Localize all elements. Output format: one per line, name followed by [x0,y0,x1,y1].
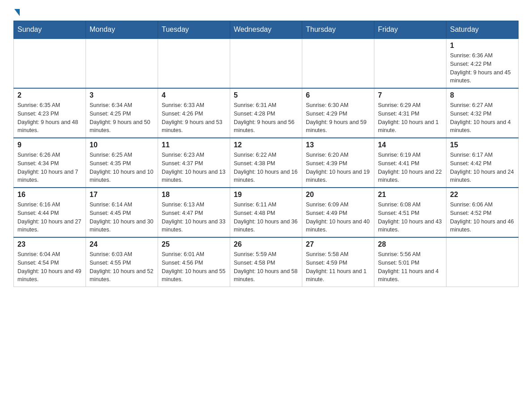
calendar-cell: 14Sunrise: 6:19 AM Sunset: 4:41 PM Dayli… [374,138,446,188]
day-number: 13 [306,141,370,149]
day-number: 15 [450,141,515,149]
calendar-cell: 3Sunrise: 6:34 AM Sunset: 4:25 PM Daylig… [86,88,158,138]
day-info: Sunrise: 6:14 AM Sunset: 4:45 PM Dayligh… [90,201,154,234]
calendar-cell [374,39,446,88]
day-info: Sunrise: 6:09 AM Sunset: 4:49 PM Dayligh… [306,201,370,234]
calendar-cell [14,39,86,88]
day-info: Sunrise: 6:19 AM Sunset: 4:41 PM Dayligh… [378,151,442,184]
calendar-cell: 27Sunrise: 5:58 AM Sunset: 4:59 PM Dayli… [302,237,374,287]
day-number: 20 [306,191,370,199]
calendar-week-row: 9Sunrise: 6:26 AM Sunset: 4:34 PM Daylig… [14,138,519,188]
day-info: Sunrise: 5:59 AM Sunset: 4:58 PM Dayligh… [234,250,298,284]
calendar-week-row: 23Sunrise: 6:04 AM Sunset: 4:54 PM Dayli… [14,237,519,287]
day-info: Sunrise: 6:13 AM Sunset: 4:47 PM Dayligh… [162,201,226,234]
calendar-cell: 20Sunrise: 6:09 AM Sunset: 4:49 PM Dayli… [302,188,374,237]
day-number: 24 [90,240,154,248]
day-info: Sunrise: 6:20 AM Sunset: 4:39 PM Dayligh… [306,151,370,184]
day-number: 18 [162,191,226,199]
day-info: Sunrise: 6:29 AM Sunset: 4:31 PM Dayligh… [378,101,442,135]
day-number: 9 [17,141,82,149]
day-info: Sunrise: 6:27 AM Sunset: 4:32 PM Dayligh… [450,101,515,135]
day-number: 16 [17,191,82,199]
calendar-cell: 23Sunrise: 6:04 AM Sunset: 4:54 PM Dayli… [14,237,86,287]
calendar-cell: 9Sunrise: 6:26 AM Sunset: 4:34 PM Daylig… [14,138,86,188]
calendar-cell: 4Sunrise: 6:33 AM Sunset: 4:26 PM Daylig… [158,88,230,138]
day-info: Sunrise: 6:11 AM Sunset: 4:48 PM Dayligh… [234,201,298,234]
calendar-cell [446,237,519,287]
calendar-cell: 11Sunrise: 6:23 AM Sunset: 4:37 PM Dayli… [158,138,230,188]
day-number: 5 [234,91,298,99]
day-info: Sunrise: 5:56 AM Sunset: 5:01 PM Dayligh… [378,250,442,284]
day-number: 25 [162,240,226,248]
calendar-cell: 22Sunrise: 6:06 AM Sunset: 4:52 PM Dayli… [446,188,519,237]
day-header-wednesday: Wednesday [230,21,302,39]
day-number: 2 [17,91,82,99]
day-info: Sunrise: 6:31 AM Sunset: 4:28 PM Dayligh… [234,101,298,135]
calendar-cell: 19Sunrise: 6:11 AM Sunset: 4:48 PM Dayli… [230,188,302,237]
calendar-cell [302,39,374,88]
calendar-cell: 25Sunrise: 6:01 AM Sunset: 4:56 PM Dayli… [158,237,230,287]
day-header-monday: Monday [86,21,158,39]
day-number: 26 [234,240,298,248]
calendar-week-row: 2Sunrise: 6:35 AM Sunset: 4:23 PM Daylig… [14,88,519,138]
calendar-cell: 24Sunrise: 6:03 AM Sunset: 4:55 PM Dayli… [86,237,158,287]
day-number: 27 [306,240,370,248]
day-info: Sunrise: 6:17 AM Sunset: 4:42 PM Dayligh… [450,151,515,184]
day-number: 14 [378,141,442,149]
day-info: Sunrise: 6:26 AM Sunset: 4:34 PM Dayligh… [17,151,82,184]
day-info: Sunrise: 6:06 AM Sunset: 4:52 PM Dayligh… [450,201,515,234]
calendar-cell: 5Sunrise: 6:31 AM Sunset: 4:28 PM Daylig… [230,88,302,138]
day-header-thursday: Thursday [302,21,374,39]
day-number: 6 [306,91,370,99]
day-number: 11 [162,141,226,149]
day-number: 7 [378,91,442,99]
calendar-cell [158,39,230,88]
day-number: 23 [17,240,82,248]
day-number: 22 [450,191,515,199]
day-number: 3 [90,91,154,99]
calendar-cell [230,39,302,88]
day-number: 19 [234,191,298,199]
calendar-cell: 21Sunrise: 6:08 AM Sunset: 4:51 PM Dayli… [374,188,446,237]
day-info: Sunrise: 6:30 AM Sunset: 4:29 PM Dayligh… [306,101,370,135]
day-header-tuesday: Tuesday [158,21,230,39]
day-info: Sunrise: 6:25 AM Sunset: 4:35 PM Dayligh… [90,151,154,184]
calendar-cell: 18Sunrise: 6:13 AM Sunset: 4:47 PM Dayli… [158,188,230,237]
day-header-saturday: Saturday [446,21,519,39]
calendar-cell: 12Sunrise: 6:22 AM Sunset: 4:38 PM Dayli… [230,138,302,188]
day-number: 17 [90,191,154,199]
day-info: Sunrise: 6:16 AM Sunset: 4:44 PM Dayligh… [17,201,82,234]
calendar-cell: 10Sunrise: 6:25 AM Sunset: 4:35 PM Dayli… [86,138,158,188]
day-info: Sunrise: 6:04 AM Sunset: 4:54 PM Dayligh… [17,250,82,284]
calendar-cell: 13Sunrise: 6:20 AM Sunset: 4:39 PM Dayli… [302,138,374,188]
day-header-friday: Friday [374,21,446,39]
calendar-cell: 6Sunrise: 6:30 AM Sunset: 4:29 PM Daylig… [302,88,374,138]
day-info: Sunrise: 6:36 AM Sunset: 4:22 PM Dayligh… [450,51,515,85]
calendar-cell: 17Sunrise: 6:14 AM Sunset: 4:45 PM Dayli… [86,188,158,237]
day-info: Sunrise: 6:23 AM Sunset: 4:37 PM Dayligh… [162,151,226,184]
day-info: Sunrise: 6:35 AM Sunset: 4:23 PM Dayligh… [17,101,82,135]
day-number: 10 [90,141,154,149]
calendar-table: SundayMondayTuesdayWednesdayThursdayFrid… [13,21,519,287]
calendar-cell: 28Sunrise: 5:56 AM Sunset: 5:01 PM Dayli… [374,237,446,287]
calendar-cell: 8Sunrise: 6:27 AM Sunset: 4:32 PM Daylig… [446,88,519,138]
day-info: Sunrise: 6:08 AM Sunset: 4:51 PM Dayligh… [378,201,442,234]
day-info: Sunrise: 5:58 AM Sunset: 4:59 PM Dayligh… [306,250,370,284]
day-info: Sunrise: 6:33 AM Sunset: 4:26 PM Dayligh… [162,101,226,135]
calendar-header-row: SundayMondayTuesdayWednesdayThursdayFrid… [14,21,519,39]
calendar-cell: 1Sunrise: 6:36 AM Sunset: 4:22 PM Daylig… [446,39,519,88]
calendar-cell: 7Sunrise: 6:29 AM Sunset: 4:31 PM Daylig… [374,88,446,138]
day-number: 12 [234,141,298,149]
day-info: Sunrise: 6:22 AM Sunset: 4:38 PM Dayligh… [234,151,298,184]
calendar-cell: 16Sunrise: 6:16 AM Sunset: 4:44 PM Dayli… [14,188,86,237]
page-header [13,9,519,16]
day-number: 1 [450,42,515,50]
logo-arrow-icon [14,9,20,16]
day-info: Sunrise: 6:03 AM Sunset: 4:55 PM Dayligh… [90,250,154,284]
day-number: 4 [162,91,226,99]
logo [13,9,21,16]
day-number: 21 [378,191,442,199]
calendar-cell [86,39,158,88]
day-number: 8 [450,91,515,99]
calendar-cell: 2Sunrise: 6:35 AM Sunset: 4:23 PM Daylig… [14,88,86,138]
